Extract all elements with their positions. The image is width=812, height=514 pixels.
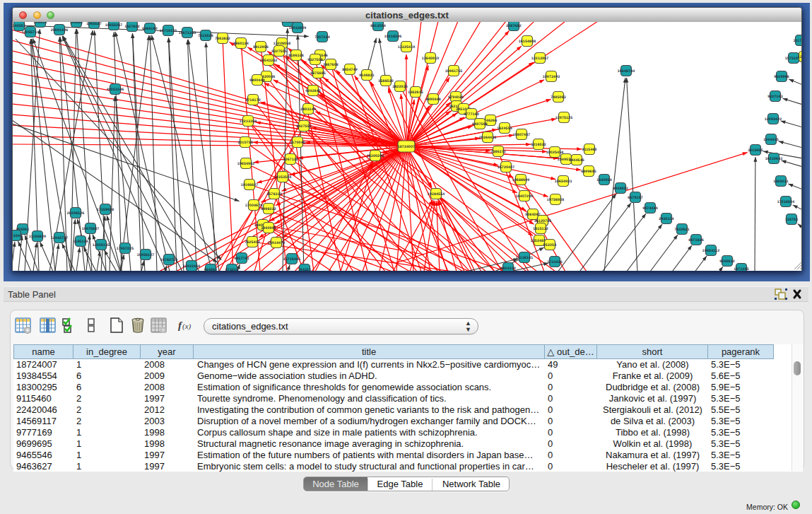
svg-text:10025458: 10025458 — [546, 151, 564, 155]
svg-text:764321: 764321 — [298, 268, 312, 271]
svg-text:7632621: 7632621 — [674, 228, 690, 232]
svg-text:14136141: 14136141 — [516, 256, 534, 260]
svg-text:7357224: 7357224 — [314, 35, 330, 40]
svg-text:10975887: 10975887 — [82, 227, 100, 231]
svg-text:1527602: 1527602 — [124, 25, 140, 29]
svg-text:9242845: 9242845 — [305, 89, 321, 93]
svg-text:16914479: 16914479 — [268, 241, 286, 245]
svg-text:1733426: 1733426 — [547, 260, 563, 264]
svg-text:9890448: 9890448 — [249, 78, 265, 83]
svg-text:8454749: 8454749 — [342, 68, 358, 72]
svg-text:5498222: 5498222 — [261, 207, 276, 211]
svg-text:6794028: 6794028 — [448, 95, 464, 100]
svg-text:13226058: 13226058 — [273, 42, 291, 46]
svg-text:391549: 391549 — [13, 234, 22, 238]
svg-text:3822035: 3822035 — [392, 85, 408, 89]
svg-text:19756928: 19756928 — [547, 198, 565, 202]
svg-text:20206526: 20206526 — [67, 211, 85, 216]
svg-text:8938923: 8938923 — [613, 187, 628, 191]
svg-text:9327505: 9327505 — [271, 49, 287, 54]
svg-text:964562: 964562 — [204, 268, 218, 271]
svg-text:9777169: 9777169 — [464, 112, 479, 117]
svg-text:19654982: 19654982 — [237, 162, 255, 166]
svg-text:8990448: 8990448 — [425, 98, 441, 102]
svg-text:8660124: 8660124 — [233, 42, 249, 46]
svg-text:106552: 106552 — [70, 22, 83, 24]
svg-text:1588520: 1588520 — [378, 79, 394, 83]
svg-text:2867608: 2867608 — [323, 63, 339, 67]
svg-text:9474444: 9474444 — [642, 206, 658, 211]
svg-text:252254: 252254 — [543, 243, 557, 247]
svg-text:8186328: 8186328 — [288, 54, 304, 58]
svg-text:9227343: 9227343 — [767, 95, 783, 99]
svg-text:19166827: 19166827 — [241, 183, 259, 187]
svg-text:10973493: 10973493 — [543, 75, 560, 79]
svg-text:8675685: 8675685 — [310, 71, 326, 76]
svg-text:12923468: 12923468 — [183, 264, 201, 269]
svg-text:1654329: 1654329 — [500, 267, 516, 271]
svg-text:1569231: 1569231 — [773, 180, 789, 184]
svg-text:19384554: 19384554 — [428, 192, 445, 197]
svg-text:10958127: 10958127 — [137, 253, 155, 257]
svg-text:17957225: 17957225 — [117, 247, 134, 251]
svg-text:8427552: 8427552 — [296, 124, 312, 129]
svg-text:1145134: 1145134 — [73, 240, 88, 244]
svg-text:1640954: 1640954 — [596, 178, 612, 182]
svg-text:7625402: 7625402 — [245, 240, 260, 245]
svg-text:16648784: 16648784 — [618, 69, 635, 74]
svg-text:1940995: 1940995 — [261, 226, 276, 230]
svg-text:14055714: 14055714 — [22, 30, 40, 35]
svg-text:12093422: 12093422 — [765, 117, 782, 122]
svg-text:12213369: 12213369 — [240, 119, 257, 124]
svg-text:10655267: 10655267 — [105, 23, 123, 28]
svg-text:8471626: 8471626 — [688, 238, 704, 243]
svg-text:16120746: 16120746 — [534, 219, 552, 223]
svg-text:6216022: 6216022 — [531, 143, 546, 147]
svg-text:16782759: 16782759 — [160, 258, 178, 262]
svg-text:10543382: 10543382 — [260, 59, 278, 63]
svg-text:8444546: 8444546 — [569, 158, 584, 163]
svg-text:6879197: 6879197 — [628, 196, 643, 200]
svg-text:8813054: 8813054 — [370, 24, 386, 28]
svg-text:6466160: 6466160 — [142, 27, 158, 31]
svg-text:9529966: 9529966 — [774, 75, 789, 79]
svg-text:133254: 133254 — [798, 55, 801, 59]
svg-text:1065527: 1065527 — [86, 22, 102, 25]
svg-text:7386372: 7386372 — [490, 150, 506, 154]
svg-text:10688609: 10688609 — [512, 178, 530, 182]
svg-text:11156829: 11156829 — [29, 235, 46, 239]
svg-text:116753: 116753 — [785, 218, 798, 222]
svg-text:18724007: 18724007 — [398, 145, 416, 149]
svg-text:18300295: 18300295 — [367, 154, 384, 158]
svg-text:13640910: 13640910 — [422, 57, 440, 61]
svg-text:16961755: 16961755 — [445, 69, 463, 74]
svg-text:10654923: 10654923 — [555, 180, 572, 184]
svg-text:16210643: 16210643 — [765, 157, 783, 161]
svg-text:20053346: 20053346 — [107, 88, 124, 92]
svg-text:10807487: 10807487 — [513, 133, 531, 137]
svg-text:1362615: 1362615 — [408, 90, 423, 95]
svg-text:20691406: 20691406 — [51, 28, 69, 33]
svg-text:7485063: 7485063 — [551, 95, 566, 100]
svg-text:20364436: 20364436 — [479, 136, 497, 140]
svg-text:2170046: 2170046 — [290, 141, 305, 145]
svg-text:16671355: 16671355 — [179, 31, 196, 35]
svg-text:19218506: 19218506 — [384, 35, 402, 39]
svg-text:15720407: 15720407 — [498, 165, 515, 170]
svg-text:3267110: 3267110 — [283, 158, 298, 162]
svg-text:17004678: 17004678 — [245, 204, 263, 208]
svg-text:2087682: 2087682 — [506, 24, 522, 28]
svg-text:12975125: 12975125 — [555, 116, 573, 120]
svg-text:2803144: 2803144 — [300, 107, 316, 112]
svg-text:16154808: 16154808 — [519, 40, 536, 44]
svg-text:140551: 140551 — [13, 24, 25, 28]
svg-text:3215955: 3215955 — [748, 148, 763, 153]
svg-text:10654112: 10654112 — [702, 249, 719, 253]
svg-text:12213967: 12213967 — [531, 57, 549, 61]
svg-text:17359928: 17359928 — [97, 208, 114, 212]
svg-text:873214: 873214 — [225, 268, 239, 271]
svg-text:1010755: 1010755 — [237, 141, 253, 145]
svg-text:9657791: 9657791 — [234, 257, 249, 261]
svg-text:160338: 160338 — [281, 22, 295, 23]
svg-text:12353594: 12353594 — [274, 175, 292, 180]
